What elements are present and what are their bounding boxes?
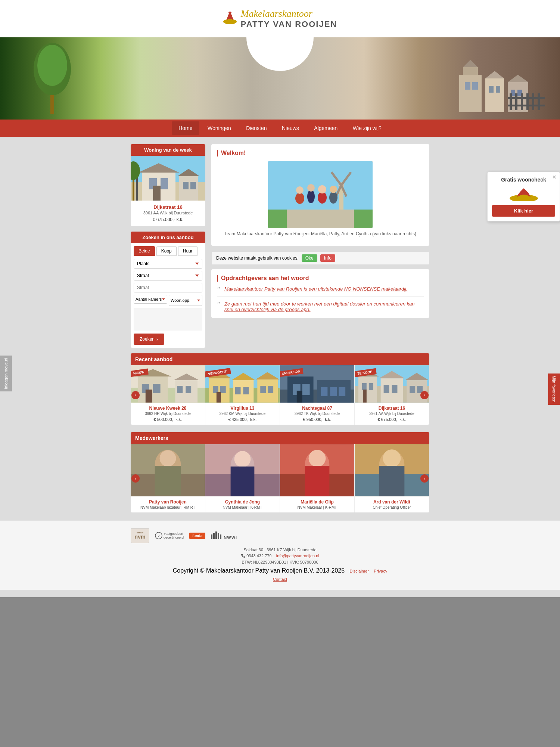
medewerker-info-1: Patty van Rooijen NVM Makelaar/Taxateur … xyxy=(131,496,205,512)
wooncheck-btn[interactable]: Klik hier xyxy=(492,205,555,217)
medewerker-img-3 xyxy=(280,444,354,496)
svg-rect-64 xyxy=(153,384,161,393)
team-caption: Team Makelaarskantoor Patty van Rooijen:… xyxy=(224,231,416,236)
svg-rect-99 xyxy=(362,383,367,390)
main-nav: Home Woningen Diensten Nieuws Algemeen W… xyxy=(172,125,388,131)
welcome-title: Welkom! xyxy=(217,150,424,156)
footer-wrapper: certus nvm ✓ vastgoedcertgecertificeerd … xyxy=(127,528,433,582)
property-name-3[interactable]: Nachtegaal 87 xyxy=(283,406,351,411)
svg-rect-6 xyxy=(463,67,478,75)
woning-week-name[interactable]: Dijkstraat 16 xyxy=(134,204,202,210)
footer-disclaimer-link[interactable]: Disclaimer xyxy=(349,569,368,573)
svg-rect-94 xyxy=(339,387,345,396)
footer-privacy-link[interactable]: Privacy xyxy=(374,569,387,573)
tab-beide[interactable]: Beide xyxy=(134,246,155,256)
nav-woningen[interactable]: Woningen xyxy=(201,121,238,135)
medewerkers-next-button[interactable]: › xyxy=(420,474,429,483)
property-name-1[interactable]: Nieuwe Kweek 28 xyxy=(134,406,202,411)
svg-point-55 xyxy=(318,185,326,193)
svg-point-56 xyxy=(329,192,337,204)
woning-week-image xyxy=(131,156,205,201)
wooncheck-popup: ✕ Gratis wooncheck Klik hier xyxy=(487,172,560,221)
svg-rect-21 xyxy=(515,93,517,110)
medewerker-name-3[interactable]: Mariëlla de Glip xyxy=(283,499,351,505)
medewerker-role-4: Chief Operating Officer xyxy=(358,505,426,509)
tab-huur[interactable]: Huur xyxy=(178,246,197,256)
medewerker-name-2[interactable]: Cynthia de Jong xyxy=(208,499,277,505)
medewerker-name-4[interactable]: Ard van der Wildt xyxy=(358,499,426,505)
cookie-ok-button[interactable]: Oke xyxy=(302,254,317,262)
nav-home[interactable]: Home xyxy=(172,121,199,135)
straat-input[interactable] xyxy=(134,283,202,292)
plaats-select[interactable]: Plaats xyxy=(134,259,202,269)
svg-rect-134 xyxy=(215,531,217,539)
recent-aanbod-section: Recent aanbod ‹ xyxy=(127,353,433,425)
logo-icon xyxy=(223,10,237,28)
landscape-top xyxy=(0,37,560,120)
footer-phone: 0343.432.779 xyxy=(246,554,271,558)
nav-algemeen[interactable]: Algemeen xyxy=(307,121,344,135)
quotes-box: Opdrachtgevers aan het woord Makelaarska… xyxy=(211,269,429,318)
woon-select[interactable]: Woon.opp. xyxy=(169,295,202,306)
straat-select[interactable]: Straat xyxy=(134,271,202,280)
svg-point-128 xyxy=(383,449,401,467)
svg-text:✓: ✓ xyxy=(158,534,160,538)
svg-rect-84 xyxy=(268,386,273,393)
footer-email[interactable]: info@pattyvanrooijen.nl xyxy=(276,554,319,558)
property-card-4: TE KOOP Dijkstraat 16 3961 AA Wijk bij D… xyxy=(355,365,429,425)
side-tab-left[interactable]: Inloggen move.nl xyxy=(0,356,12,391)
search-button[interactable]: Zoeken › xyxy=(134,334,164,345)
footer-contact-link-row: Contact xyxy=(131,576,429,582)
property-addr-4: 3961 AA Wijk bij Duurstede xyxy=(358,412,426,416)
quote-2-text: Ze gaan met hun tijd mee door te werken … xyxy=(224,301,414,312)
vastgoedcert-icon: ✓ xyxy=(155,532,162,539)
svg-rect-49 xyxy=(287,210,354,228)
property-name-2[interactable]: Virgilius 13 xyxy=(208,406,277,411)
medewerker-card-1: Patty van Rooijen NVM Makelaar/Taxateur … xyxy=(131,444,205,512)
properties-grid: ‹ xyxy=(131,365,429,425)
tab-koop[interactable]: Koop xyxy=(156,246,177,256)
carousel-prev-button[interactable]: ‹ xyxy=(131,391,140,399)
woning-week-price: € 675.000,- k.k. xyxy=(134,217,202,222)
kamers-select[interactable]: Aantal kamers xyxy=(134,295,167,304)
carousel-next-button[interactable]: › xyxy=(420,391,429,399)
svg-point-53 xyxy=(307,184,315,192)
svg-rect-90 xyxy=(297,391,302,403)
cookie-message: Deze website maakt gebruik van cookies. xyxy=(216,255,299,261)
two-col-layout: Woning van de week xyxy=(127,144,433,353)
brand-script: Makelaarskantoor xyxy=(241,8,312,19)
right-content: Welkom! xyxy=(211,144,429,353)
header-band: Makelaarskantoor PATTY VAN ROOIJEN xyxy=(0,0,560,37)
nav-diensten[interactable]: Diensten xyxy=(239,121,273,135)
wooncheck-close-icon[interactable]: ✕ xyxy=(552,174,557,180)
svg-rect-93 xyxy=(330,387,337,396)
main-background: Woning van de week xyxy=(0,137,560,597)
nav-wie[interactable]: Wie zijn wij? xyxy=(346,121,388,135)
footer-contact-info: 0343.432.779 info@pattyvanrooijen.nl xyxy=(131,554,429,558)
svg-point-118 xyxy=(234,451,251,467)
svg-point-123 xyxy=(309,450,326,467)
property-info-3: Nachtegaal 87 3962 TK Wijk bij Duurstede… xyxy=(280,403,354,425)
left-tree xyxy=(30,39,75,114)
quote-2: Ze gaan met hun tijd mee door te werken … xyxy=(217,301,424,312)
medewerkers-prev-button[interactable]: ‹ xyxy=(131,474,140,483)
nav-nieuws[interactable]: Nieuws xyxy=(275,121,306,135)
page-outer: Inloggen move.nl Mijn favorieten Makelaa… xyxy=(0,0,560,597)
cookie-bar: Deze website maakt gebruik van cookies. … xyxy=(211,251,429,265)
property-img-3: ONDER BOD xyxy=(280,365,354,403)
search-arrow-icon: › xyxy=(156,336,158,342)
svg-rect-97 xyxy=(358,376,377,403)
cookie-info-button[interactable]: Info xyxy=(320,254,335,262)
svg-rect-119 xyxy=(231,467,255,496)
logo-area: Makelaarskantoor PATTY VAN ROOIJEN xyxy=(223,8,337,29)
svg-rect-89 xyxy=(302,384,310,395)
footer: certus nvm ✓ vastgoedcertgecertificeerd … xyxy=(0,520,560,590)
footer-contact-link[interactable]: Contact xyxy=(273,577,287,582)
side-tab-right[interactable]: Mijn favorieten xyxy=(548,374,560,405)
medewerker-role-1: NVM Makelaar/Taxateur | RM RT xyxy=(134,505,202,509)
team-image-box: Team Makelaarskantoor Patty van Rooijen:… xyxy=(217,161,424,236)
property-img-2: VERKOCHT xyxy=(205,365,280,403)
medewerker-name-1[interactable]: Patty van Rooijen xyxy=(134,499,202,505)
wooncheck-hat-icon xyxy=(509,186,539,201)
property-name-4[interactable]: Dijkstraat 16 xyxy=(358,406,426,411)
